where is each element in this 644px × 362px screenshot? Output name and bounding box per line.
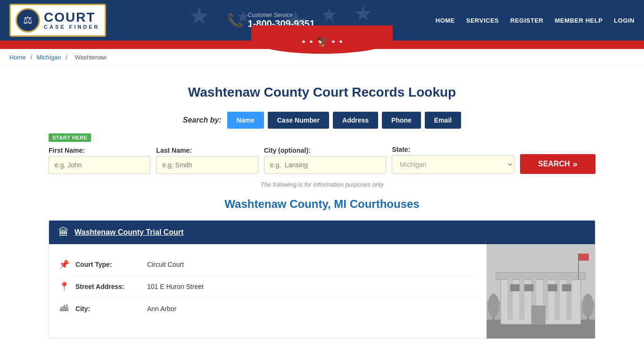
svg-rect-6 — [520, 277, 524, 320]
courthouse-card: 🏛 Washtenaw County Trial Court 📌 Court T… — [49, 220, 595, 339]
tab-address[interactable]: Address — [333, 112, 378, 129]
detail-row-court-type: 📌 Court Type: Circuit Court — [58, 254, 477, 276]
courthouse-image — [487, 244, 595, 338]
svg-rect-12 — [510, 284, 520, 291]
nav-member-help[interactable]: MEMBER HELP — [555, 17, 603, 24]
form-container: START HERE First Name: Last Name: City (… — [49, 133, 595, 174]
wave-center: ★ ★ 🦅 ★ ★ — [251, 25, 393, 54]
main-content: Washtenaw County Court Records Lookup Se… — [39, 66, 605, 362]
star-right-2: ★ — [339, 39, 343, 45]
logo-emblem: ⚖ — [16, 8, 40, 33]
search-form: First Name: Last Name: City (optional): … — [49, 146, 595, 174]
svg-rect-15 — [562, 284, 571, 291]
eagle-stars: ★ ★ 🦅 ★ ★ — [301, 36, 343, 47]
logo-area: ⚖ COURT CASE FINDER — [9, 4, 106, 37]
svg-point-20 — [582, 294, 594, 317]
city-input[interactable] — [264, 156, 387, 174]
first-name-label: First Name: — [49, 147, 150, 154]
cs-label: Customer Service — [248, 12, 315, 18]
city-detail-label: City: — [75, 305, 141, 313]
phone-icon: 📞 — [227, 13, 243, 28]
court-type-value: Circuit Court — [147, 261, 184, 268]
breadcrumb-current: Washtenaw — [74, 54, 106, 61]
city-detail-value: Ann Arbor — [147, 305, 176, 313]
last-name-label: Last Name: — [156, 147, 258, 154]
star-left-1: ★ — [301, 39, 306, 45]
courthouse-name[interactable]: Washtenaw County Trial Court — [74, 228, 183, 237]
logo-court-text: COURT — [44, 11, 100, 24]
courthouse-body: 📌 Court Type: Circuit Court 📍 Street Add… — [49, 244, 595, 338]
breadcrumb-home[interactable]: Home — [9, 54, 26, 61]
state-group: State: Michigan Alabama Alaska Arizona C… — [392, 146, 514, 174]
courthouse-building-svg — [487, 244, 595, 338]
wave-banner: ★ ★ 🦅 ★ ★ — [0, 41, 644, 49]
logo-box: ⚖ COURT CASE FINDER — [9, 4, 106, 37]
nav-services[interactable]: SERVICES — [466, 17, 499, 24]
svg-rect-21 — [587, 317, 589, 322]
nav-login[interactable]: LOGIN — [614, 17, 635, 24]
search-button-label: SEARCH — [538, 160, 570, 168]
last-name-input[interactable] — [156, 156, 258, 174]
last-name-group: Last Name: — [156, 147, 258, 174]
state-label: State: — [392, 146, 514, 153]
courthouse-building-icon: 🏛 — [58, 226, 69, 239]
star-left-2: ★ — [309, 39, 314, 45]
nav-register[interactable]: REGISTER — [510, 17, 543, 24]
svg-rect-10 — [567, 277, 571, 320]
first-name-input[interactable] — [49, 156, 150, 174]
info-text: The following is for information purpose… — [49, 181, 595, 188]
main-nav: HOME SERVICES REGISTER MEMBER HELP LOGIN — [436, 17, 635, 24]
breadcrumb-sep-2: / — [66, 54, 69, 61]
court-type-label: Court Type: — [75, 261, 141, 268]
start-here-badge: START HERE — [49, 133, 91, 142]
city-group: City (optional): — [264, 147, 387, 174]
eagle-icon: 🦅 — [316, 36, 328, 47]
logo-text: COURT CASE FINDER — [44, 11, 100, 30]
street-icon: 📍 — [58, 281, 70, 292]
svg-rect-13 — [524, 284, 534, 291]
city-icon: 🏙 — [58, 304, 70, 313]
star-right-1: ★ — [331, 39, 336, 45]
tab-email[interactable]: Email — [425, 112, 461, 129]
search-chevrons-icon: » — [573, 159, 578, 169]
courthouse-header: 🏛 Washtenaw County Trial Court — [49, 221, 595, 244]
search-by-row: Search by: Name Case Number Address Phon… — [49, 112, 595, 129]
courthouses-title: Washtenaw County, MI Courthouses — [49, 197, 595, 211]
court-type-icon: 📌 — [58, 259, 70, 270]
courthouse-details: 📌 Court Type: Circuit Court 📍 Street Add… — [49, 244, 487, 338]
detail-row-street: 📍 Street Address: 101 E Huron Street — [58, 276, 477, 298]
page-title: Washtenaw County Court Records Lookup — [49, 85, 595, 100]
breadcrumb-sep-1: / — [30, 54, 33, 61]
street-value: 101 E Huron Street — [147, 283, 204, 290]
svg-rect-9 — [555, 277, 560, 320]
tab-case-number[interactable]: Case Number — [268, 112, 329, 129]
detail-row-city: 🏙 City: Ann Arbor — [58, 298, 477, 319]
emblem-icon: ⚖ — [23, 14, 33, 26]
svg-rect-5 — [508, 277, 512, 320]
svg-point-18 — [488, 294, 499, 317]
breadcrumb-michigan[interactable]: Michigan — [37, 54, 61, 61]
svg-rect-14 — [548, 284, 557, 291]
search-by-label: Search by: — [183, 116, 222, 124]
tab-phone[interactable]: Phone — [382, 112, 421, 129]
svg-rect-17 — [578, 254, 589, 261]
svg-rect-11 — [531, 305, 545, 324]
city-label: City (optional): — [264, 147, 387, 154]
logo-case-finder-text: CASE FINDER — [44, 24, 100, 30]
first-name-group: First Name: — [49, 147, 150, 174]
state-select[interactable]: Michigan Alabama Alaska Arizona Californ… — [392, 155, 514, 174]
svg-rect-19 — [493, 317, 495, 322]
tab-name[interactable]: Name — [227, 112, 264, 129]
search-button[interactable]: SEARCH » — [520, 154, 595, 174]
street-label: Street Address: — [75, 283, 141, 290]
nav-home[interactable]: HOME — [436, 17, 455, 24]
